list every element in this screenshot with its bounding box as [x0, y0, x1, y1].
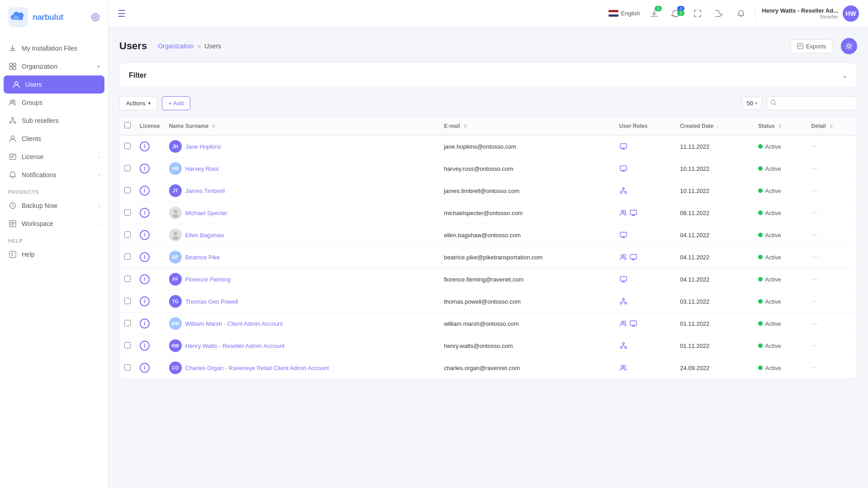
- user-name-link[interactable]: Thomas Geo Powell: [185, 298, 238, 305]
- detail-menu-button[interactable]: ···: [811, 275, 820, 283]
- user-name-link[interactable]: Jane Hopkins: [185, 143, 221, 150]
- detail-cell[interactable]: ···: [807, 224, 857, 246]
- roles-cell: [615, 335, 676, 357]
- breadcrumb-org-link[interactable]: Organization: [158, 42, 193, 50]
- role-icons: [619, 342, 671, 350]
- sidebar-item-backup-now[interactable]: Backup Now ›: [0, 197, 108, 215]
- row-checkbox[interactable]: [124, 231, 131, 238]
- info-icon[interactable]: i: [140, 208, 150, 218]
- sync-button[interactable]: 0 0: [668, 6, 684, 21]
- detail-menu-button[interactable]: ···: [811, 187, 820, 194]
- detail-cell[interactable]: ···: [807, 357, 857, 379]
- row-checkbox[interactable]: [124, 276, 131, 282]
- user-name-link[interactable]: Henry Watts - Reseller Admin Account: [185, 343, 285, 349]
- row-checkbox[interactable]: [124, 253, 131, 260]
- sidebar-item-clients[interactable]: Clients: [0, 130, 108, 148]
- info-icon[interactable]: i: [140, 252, 150, 262]
- detail-menu-button[interactable]: ···: [811, 297, 820, 305]
- user-name-link[interactable]: William Marsh - Client Admin Account: [185, 320, 283, 327]
- sidebar-item-workspace[interactable]: Workspace ›: [0, 215, 108, 233]
- settings-button[interactable]: [841, 38, 857, 54]
- row-checkbox[interactable]: [124, 209, 131, 216]
- detail-cell[interactable]: ···: [807, 335, 857, 357]
- sidebar-item-organization[interactable]: Organization ▾: [0, 57, 108, 75]
- info-icon[interactable]: i: [140, 186, 150, 196]
- detail-cell[interactable]: ···: [807, 202, 857, 224]
- row-checkbox[interactable]: [124, 342, 131, 348]
- detail-cell[interactable]: ···: [807, 313, 857, 335]
- fullscreen-button[interactable]: [690, 6, 705, 21]
- page-title: Users: [119, 40, 147, 52]
- sidebar-item-groups[interactable]: Groups: [0, 94, 108, 112]
- gear-icon: [845, 42, 853, 50]
- detail-menu-button[interactable]: ···: [811, 364, 820, 371]
- sidebar-item-notifications[interactable]: Notifications ›: [0, 166, 108, 184]
- user-name-link[interactable]: Ellen Bagshaw: [185, 232, 224, 239]
- status-indicator: [758, 166, 763, 171]
- info-icon[interactable]: i: [140, 230, 150, 240]
- detail-cell[interactable]: ···: [807, 246, 857, 268]
- detail-menu-button[interactable]: ···: [811, 231, 820, 239]
- detail-cell[interactable]: ···: [807, 291, 857, 313]
- detail-cell[interactable]: ···: [807, 135, 857, 158]
- info-icon[interactable]: i: [140, 164, 150, 174]
- role-icons: [619, 253, 671, 261]
- logo-text: narbulut: [33, 13, 63, 22]
- language-selector[interactable]: English: [609, 10, 641, 17]
- detail-menu-button[interactable]: ···: [811, 209, 820, 216]
- detail-menu-button[interactable]: ···: [811, 253, 820, 261]
- info-icon[interactable]: i: [140, 319, 150, 328]
- detail-menu-button[interactable]: ···: [811, 319, 820, 327]
- per-page-select[interactable]: 50 ▾: [742, 97, 762, 110]
- user-name-link[interactable]: Florence Fleming: [185, 276, 231, 283]
- avatar[interactable]: HW: [843, 5, 859, 22]
- sidebar-item-users[interactable]: Users: [4, 75, 104, 94]
- detail-menu-button[interactable]: ···: [811, 342, 820, 349]
- info-icon[interactable]: i: [140, 141, 150, 151]
- hamburger-menu[interactable]: ☰: [118, 8, 126, 19]
- info-icon[interactable]: i: [140, 296, 150, 306]
- dark-mode-button[interactable]: [712, 6, 727, 21]
- user-name-link[interactable]: Beatrice Pike: [185, 254, 220, 261]
- roles-cell: [615, 224, 676, 246]
- detail-menu-button[interactable]: ···: [811, 164, 820, 172]
- detail-header: Detail ⇅: [807, 117, 857, 135]
- detail-menu-button[interactable]: ···: [811, 142, 820, 150]
- user-name-link[interactable]: Harvey Ross: [185, 165, 219, 172]
- select-all-header[interactable]: [120, 117, 135, 135]
- created-header[interactable]: Created Date ↓: [675, 117, 754, 135]
- filter-section[interactable]: Filter ⌄: [119, 62, 857, 88]
- avatar: CO: [169, 361, 182, 374]
- row-checkbox[interactable]: [124, 187, 131, 193]
- info-icon[interactable]: i: [140, 341, 150, 351]
- info-icon[interactable]: i: [140, 274, 150, 284]
- actions-button[interactable]: Actions ▾: [119, 96, 157, 110]
- row-checkbox[interactable]: [124, 143, 131, 149]
- search-input[interactable]: [767, 96, 857, 110]
- sidebar-item-license[interactable]: License ›: [0, 148, 108, 166]
- bell-icon: [737, 9, 745, 18]
- notifications-button[interactable]: [733, 6, 749, 21]
- row-checkbox[interactable]: [124, 364, 131, 371]
- detail-cell[interactable]: ···: [807, 268, 857, 291]
- name-header[interactable]: Name Surname ⇅: [165, 117, 439, 135]
- status-indicator: [758, 366, 763, 370]
- user-name-link[interactable]: Charles Organ - Raveneye Retail Client A…: [185, 365, 329, 371]
- sidebar-item-help[interactable]: Help: [0, 245, 108, 263]
- svg-point-35: [174, 232, 177, 235]
- user-cell: HWHenry Watts - Reseller Admin Account: [169, 339, 435, 352]
- user-name-link[interactable]: Michael Specter: [185, 210, 227, 216]
- detail-cell[interactable]: ···: [807, 158, 857, 180]
- download-button[interactable]: 0: [646, 6, 662, 21]
- row-checkbox[interactable]: [124, 165, 131, 171]
- exports-button[interactable]: Exports: [790, 39, 833, 53]
- sidebar-item-my-installation-files[interactable]: My Installation Files: [0, 39, 108, 57]
- user-name-link[interactable]: James Timbrell: [185, 188, 225, 194]
- add-button[interactable]: + Add: [162, 96, 191, 110]
- sidebar-item-sub-resellers[interactable]: Sub resellers: [0, 112, 108, 130]
- row-checkbox[interactable]: [124, 298, 131, 304]
- detail-cell[interactable]: ···: [807, 180, 857, 202]
- info-icon[interactable]: i: [140, 363, 150, 373]
- select-all-checkbox[interactable]: [124, 122, 131, 128]
- row-checkbox[interactable]: [124, 320, 131, 326]
